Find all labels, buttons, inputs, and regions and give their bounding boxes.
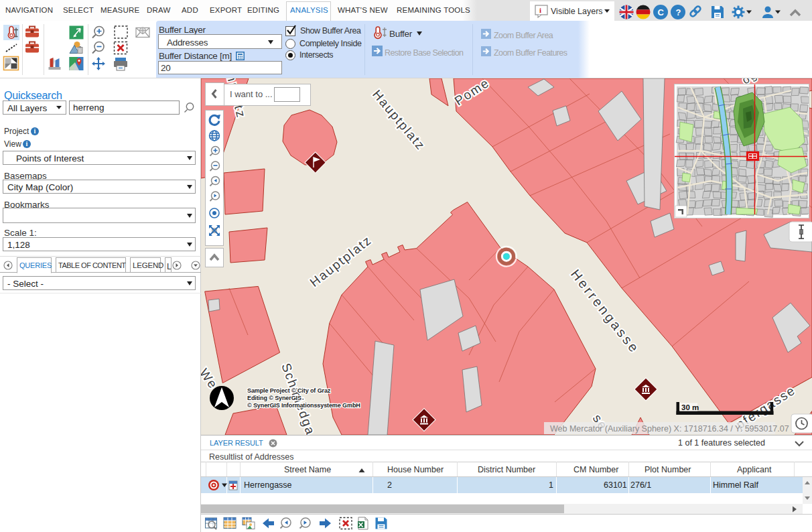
svg-text:Web Mercator (Auxiliary Sphere: Web Mercator (Auxiliary Sphere) X: 17187… (550, 424, 789, 434)
svg-text:Editing © SynerGIS: Editing © SynerGIS (247, 395, 301, 401)
svg-text:?: ? (676, 7, 681, 17)
svg-text:© SynerGIS Informationssysteme: © SynerGIS Informationssysteme GmbH (247, 402, 360, 409)
svg-text:Sample Project © City of Graz: Sample Project © City of Graz (247, 387, 331, 394)
svg-text:C: C (658, 7, 665, 17)
svg-text:i: i (539, 6, 541, 14)
svg-text:30 m: 30 m (681, 403, 699, 411)
